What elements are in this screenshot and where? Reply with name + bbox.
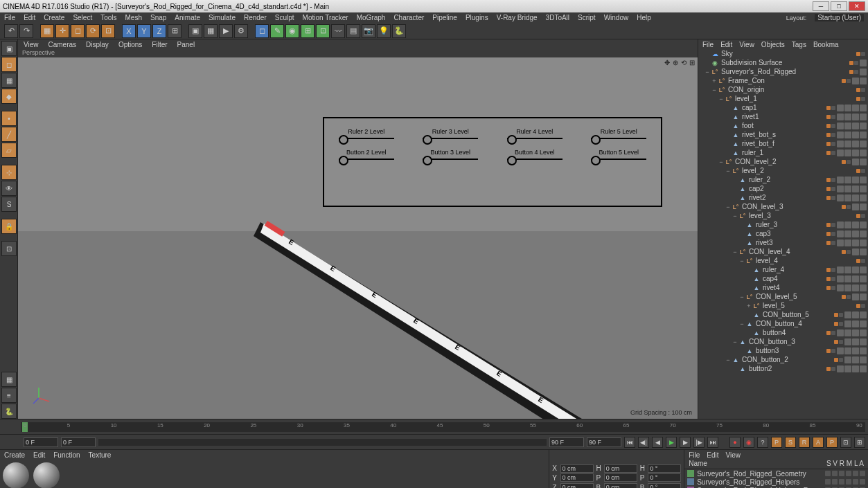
vp-rotate-icon[interactable]: ⟲: [681, 59, 687, 66]
object-row[interactable]: ▲cap2: [698, 184, 868, 193]
visibility-dots[interactable]: [826, 268, 835, 272]
object-tags[interactable]: [837, 275, 867, 282]
object-row[interactable]: −L°CON_level_3: [698, 202, 868, 211]
layer-toggles[interactable]: [825, 471, 865, 476]
visibility-dots[interactable]: [826, 223, 835, 227]
om-menu-file[interactable]: File: [702, 41, 714, 48]
visibility-dots[interactable]: [842, 205, 851, 209]
object-tags[interactable]: [852, 159, 867, 165]
tree-toggle-icon[interactable]: −: [718, 159, 725, 165]
hud-ruler2-slider[interactable]: [339, 138, 394, 139]
object-row[interactable]: −L°level_3: [698, 211, 868, 220]
object-tags[interactable]: [837, 347, 867, 354]
visibility-dots[interactable]: [826, 133, 835, 137]
object-tags[interactable]: [844, 320, 867, 327]
polys-mode-button[interactable]: ▱: [1, 143, 17, 158]
render-view-button[interactable]: ▣: [188, 24, 202, 38]
content-browser-button[interactable]: ▦: [1, 372, 17, 387]
material-item[interactable]: Surv: [33, 462, 60, 488]
om-menu-view[interactable]: View: [739, 41, 754, 48]
prev-frame-button[interactable]: ◀: [652, 437, 663, 448]
menu-file[interactable]: File: [4, 14, 15, 21]
visibility-dots[interactable]: [826, 349, 835, 353]
menu-3dtoall[interactable]: 3DToAll: [546, 14, 569, 21]
visibility-dots[interactable]: [849, 61, 858, 65]
points-mode-button[interactable]: •: [1, 111, 17, 126]
axis-button[interactable]: ⊹: [1, 165, 17, 180]
object-row[interactable]: ▲rivet2: [698, 193, 868, 202]
y-pos-input[interactable]: [560, 473, 594, 482]
vp-menu-filter[interactable]: Filter: [152, 41, 167, 48]
tree-toggle-icon[interactable]: −: [732, 248, 738, 255]
keyframe-sel-button[interactable]: ?: [757, 437, 768, 448]
tree-toggle-icon[interactable]: −: [732, 338, 738, 345]
minimize-button[interactable]: ─: [813, 1, 829, 11]
viewport-solo-button[interactable]: 👁: [1, 181, 17, 196]
redo-button[interactable]: ↷: [19, 24, 33, 38]
tree-toggle-icon[interactable]: −: [738, 320, 745, 327]
object-tags[interactable]: [852, 248, 867, 255]
pla-key-button[interactable]: P: [826, 437, 838, 448]
visibility-dots[interactable]: [826, 367, 835, 371]
object-row[interactable]: +L°Frame_Con: [698, 76, 868, 85]
attr-menu-file[interactable]: File: [689, 451, 700, 459]
object-row[interactable]: ▲rivet_bot_f: [698, 139, 868, 148]
mat-menu-function[interactable]: Function: [53, 451, 80, 459]
menu-select[interactable]: Select: [73, 14, 92, 21]
menu-vray[interactable]: V-Ray Bridge: [497, 14, 538, 21]
object-row[interactable]: ▲ruler_1: [698, 148, 868, 157]
object-row[interactable]: −L°level_1: [698, 94, 868, 103]
x-rot-input[interactable]: [648, 464, 681, 473]
tree-toggle-icon[interactable]: −: [711, 87, 718, 93]
object-row[interactable]: −▲CON_button_2: [698, 355, 868, 364]
tweak-button[interactable]: ⊡: [1, 241, 17, 256]
coord-system-button[interactable]: ⊞: [168, 24, 181, 38]
visibility-dots[interactable]: [856, 169, 865, 173]
object-row[interactable]: ▲ruler_4: [698, 265, 868, 274]
workplane-button[interactable]: ◆: [1, 89, 17, 104]
timeline-scrubber[interactable]: [98, 439, 547, 446]
hud-ruler4-slider[interactable]: [507, 138, 563, 139]
menu-render[interactable]: Render: [244, 14, 267, 21]
visibility-dots[interactable]: [834, 340, 843, 344]
hud-button5-slider[interactable]: [591, 159, 646, 160]
attr-menu-view[interactable]: View: [726, 451, 741, 459]
tree-toggle-icon[interactable]: −: [725, 204, 732, 210]
key-mode-button[interactable]: ⊡: [840, 437, 851, 448]
object-tags[interactable]: [837, 177, 867, 183]
bend-button[interactable]: 〰: [331, 24, 345, 38]
tree-toggle-icon[interactable]: −: [732, 213, 738, 219]
visibility-dots[interactable]: [826, 151, 835, 155]
object-row[interactable]: −▲CON_button_4: [698, 319, 868, 328]
pos-key-button[interactable]: P: [771, 437, 782, 448]
y-size-input[interactable]: [604, 473, 637, 482]
visibility-dots[interactable]: [842, 295, 851, 299]
param-key-button[interactable]: A: [813, 437, 824, 448]
menu-edit[interactable]: Edit: [24, 14, 35, 21]
object-tags[interactable]: [837, 186, 867, 192]
object-row[interactable]: ▲rivet4: [698, 283, 868, 292]
menu-mograph[interactable]: MoGraph: [357, 14, 386, 21]
vp-menu-display[interactable]: Display: [86, 41, 109, 48]
structure-button[interactable]: ≡: [1, 388, 17, 403]
object-row[interactable]: −L°CON_origin: [698, 85, 868, 94]
subdiv-button[interactable]: ◉: [285, 24, 299, 38]
key-options-button[interactable]: ⊞: [854, 437, 865, 448]
object-tags[interactable]: [837, 222, 867, 228]
object-row[interactable]: ▲CON_button_5: [698, 310, 868, 319]
live-select-button[interactable]: ▦: [40, 24, 54, 38]
object-row[interactable]: ▲foot: [698, 121, 868, 130]
z-pos-input[interactable]: [560, 483, 594, 488]
object-tags[interactable]: [837, 329, 867, 336]
menu-plugins[interactable]: Plugins: [466, 14, 488, 21]
tree-toggle-icon[interactable]: +: [745, 302, 752, 309]
menu-sculpt[interactable]: Sculpt: [275, 14, 294, 21]
undo-button[interactable]: ↶: [4, 24, 18, 38]
y-rot-input[interactable]: [648, 473, 681, 482]
object-tags[interactable]: [852, 293, 867, 300]
floor-button[interactable]: ▤: [346, 24, 360, 38]
object-row[interactable]: −L°CON_level_5: [698, 292, 868, 301]
goto-next-key-button[interactable]: |▶: [693, 437, 705, 448]
object-tags[interactable]: [837, 123, 867, 129]
vp-nav-icon[interactable]: ✥: [664, 59, 670, 66]
